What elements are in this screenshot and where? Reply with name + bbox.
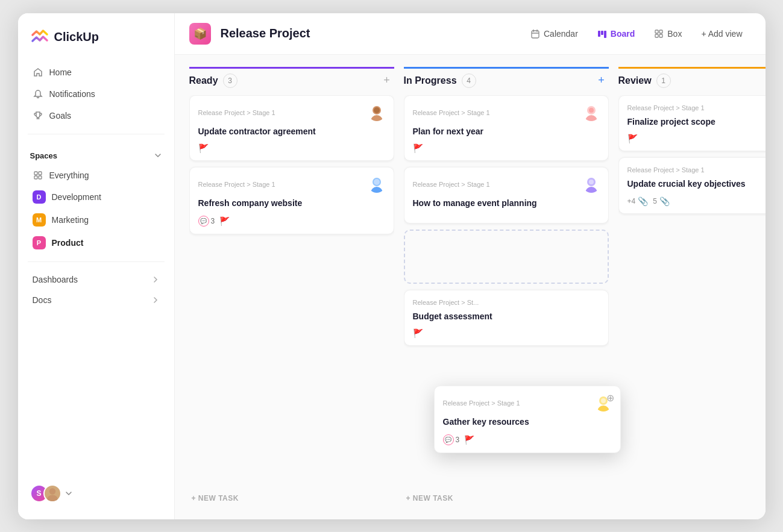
new-task-ready[interactable]: + NEW TASK	[189, 489, 394, 507]
comment-bubble-float: 💬	[443, 434, 454, 445]
calendar-icon	[530, 29, 540, 39]
divider-1	[28, 134, 165, 134]
svg-point-28	[585, 187, 597, 193]
card-project-7: Release Project > Stage 1	[627, 166, 705, 174]
user-avatars: S	[30, 484, 61, 502]
board-label: Board	[611, 29, 635, 39]
sidebar-item-development-label: Development	[52, 192, 102, 202]
bell-icon	[33, 89, 43, 99]
box-label: Box	[667, 29, 682, 39]
card-project-2: Release Project > Stage 1	[198, 181, 275, 188]
column-title-ready: Ready	[189, 75, 218, 86]
sidebar-item-goals[interactable]: Goals	[25, 105, 167, 127]
card-refresh-website[interactable]: Release Project > Stage 1 Refresh compan…	[189, 167, 394, 234]
card-title-4: How to manage event planning	[413, 198, 600, 210]
card-footer-2: 💬 3 🚩	[198, 216, 385, 227]
avatar-c1	[368, 104, 385, 121]
grid-icon	[33, 170, 43, 181]
add-card-inprogress[interactable]: +	[594, 74, 609, 88]
card-budget-assessment[interactable]: Release Project > St... Budget assessmen…	[404, 290, 609, 346]
svg-point-22	[371, 187, 383, 193]
trophy-icon	[33, 110, 43, 121]
column-title-inprogress: In Progress	[404, 75, 457, 86]
spaces-section-header: Spaces	[18, 142, 174, 165]
avatar-c2	[368, 176, 385, 193]
calendar-label: Calendar	[544, 29, 578, 39]
svg-point-33	[601, 398, 606, 403]
avatar-2	[43, 484, 61, 502]
new-task-ready-label: + NEW TASK	[192, 494, 239, 502]
comment-count-2: 💬 3	[198, 216, 215, 227]
user-menu-chevron[interactable]	[65, 490, 72, 497]
main-content: 📦 Release Project Calendar Board Box + A…	[175, 13, 766, 519]
add-card-ready[interactable]: +	[380, 74, 394, 88]
sidebar-item-product[interactable]: P Product	[25, 231, 167, 254]
sidebar-item-dashboards[interactable]: Dashboards	[25, 269, 167, 290]
svg-rect-13	[601, 31, 603, 35]
card-project-1: Release Project > Stage 1	[198, 109, 275, 116]
svg-point-24	[374, 179, 380, 185]
add-view-label: + Add view	[701, 29, 742, 39]
card-event-planning[interactable]: Release Project > Stage 1 How to manage …	[404, 167, 609, 224]
new-task-inprogress[interactable]: + NEW TASK	[404, 489, 609, 507]
card-title-1: Update contractor agreement	[198, 126, 385, 138]
extra-count: +4	[627, 197, 636, 205]
drag-handle[interactable]: ⊕	[606, 392, 614, 404]
svg-point-27	[589, 108, 594, 113]
svg-point-31	[597, 405, 609, 412]
marketing-dot: M	[33, 213, 46, 227]
card-placeholder	[404, 230, 609, 284]
box-view-btn[interactable]: Box	[646, 25, 690, 43]
sidebar-item-docs[interactable]: Docs	[25, 290, 167, 310]
cards-review: Release Project > Stage 1 Finalize proje…	[618, 95, 766, 507]
comment-num-2: 3	[211, 217, 215, 225]
flag-green-float: 🚩	[464, 435, 474, 445]
card-update-objectives[interactable]: Release Project > Stage 1 Update crucial…	[618, 157, 766, 214]
card-project-3: Release Project > Stage 1	[413, 109, 490, 116]
card-title-7: Update crucial key objectives	[627, 178, 766, 190]
sidebar-item-development[interactable]: D Development	[25, 186, 167, 208]
card-title-6: Finalize project scope	[627, 116, 766, 128]
calendar-view-btn[interactable]: Calendar	[522, 25, 586, 43]
card-project-4: Release Project > Stage 1	[413, 181, 490, 188]
card-plan-next-year[interactable]: Release Project > Stage 1 Plan for next …	[404, 95, 609, 161]
card-meta-6: Release Project > Stage 1	[627, 104, 766, 111]
flag-orange-5: 🚩	[413, 328, 423, 338]
card-title-3: Plan for next year	[413, 126, 600, 138]
svg-rect-18	[659, 34, 662, 37]
sidebar-item-notifications[interactable]: Notifications	[25, 83, 167, 105]
svg-rect-8	[532, 31, 539, 38]
add-view-btn[interactable]: + Add view	[693, 25, 750, 43]
floating-card-gather-resources[interactable]: ⊕ Release Project > Stage 1 Gather key r…	[434, 386, 621, 453]
sidebar-item-home[interactable]: Home	[25, 61, 167, 83]
board-view-btn[interactable]: Board	[589, 25, 643, 43]
chevron-right-icon	[151, 275, 160, 284]
comment-num-float: 3	[456, 436, 460, 444]
card-meta-2: Release Project > Stage 1	[198, 176, 385, 193]
svg-rect-12	[598, 31, 600, 37]
sidebar: ClickUp Home Notifications Goals	[18, 13, 175, 519]
sidebar-item-everything-label: Everything	[49, 171, 89, 180]
floating-card-footer: 💬 3 🚩	[443, 434, 612, 445]
attachment-extra: +4 📎	[627, 196, 649, 206]
svg-point-7	[47, 495, 57, 502]
sidebar-item-goals-label: Goals	[49, 111, 72, 120]
sidebar-item-marketing[interactable]: M Marketing	[25, 208, 167, 231]
card-update-contractor[interactable]: Release Project > Stage 1 Update contrac…	[189, 95, 394, 161]
project-title: Release Project	[221, 27, 310, 40]
spaces-label: Spaces	[30, 151, 58, 160]
clickup-logo-icon	[30, 28, 49, 47]
card-footer-7: +4 📎 5 📎	[627, 196, 766, 206]
attachment-num: 5	[653, 197, 657, 205]
column-title-review: Review	[618, 75, 652, 86]
cards-ready: Release Project > Stage 1 Update contrac…	[189, 95, 394, 489]
column-count-ready: 3	[223, 74, 237, 88]
floating-card-meta: Release Project > Stage 1	[443, 395, 612, 412]
sidebar-item-everything[interactable]: Everything	[25, 165, 167, 186]
card-footer-3: 🚩	[413, 143, 600, 153]
attachment-count: 5 📎	[653, 196, 670, 206]
sidebar-item-product-label: Product	[52, 238, 84, 248]
svg-rect-2	[34, 172, 37, 175]
card-finalize-scope[interactable]: Release Project > Stage 1 Finalize proje…	[618, 95, 766, 152]
column-inprogress: In Progress 4 + Release Project > Stage …	[404, 67, 609, 507]
